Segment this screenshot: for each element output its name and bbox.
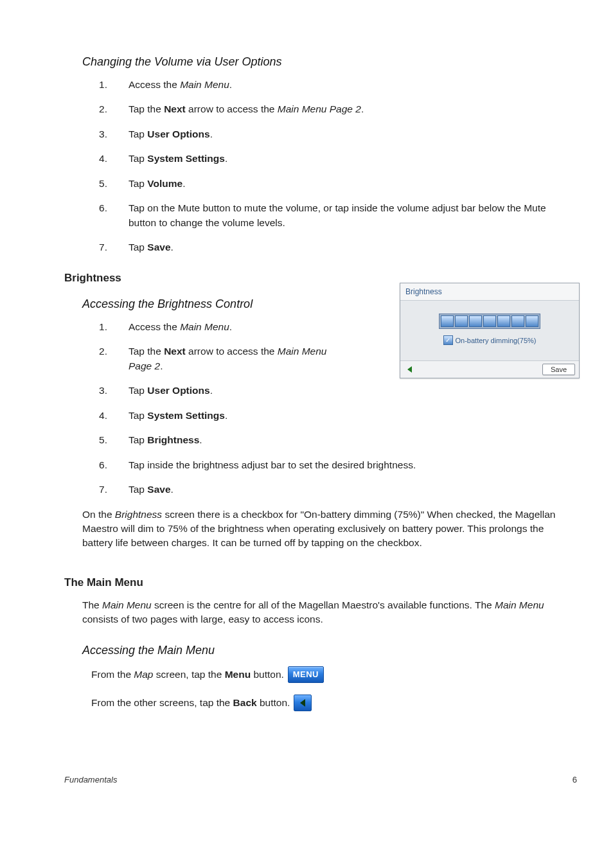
checkbox-label: On-battery dimming(75%) [456, 337, 537, 344]
brightness-segment [455, 315, 468, 327]
step-item: Tap Brightness. [99, 433, 341, 447]
term: Main Menu [102, 599, 152, 610]
ui-term: Save [147, 242, 170, 252]
ui-term: User Options [147, 128, 209, 139]
text: From the other screens, tap the Back but… [91, 695, 290, 710]
heading-accessing-main-menu: Accessing the Main Menu [82, 644, 577, 657]
menu-button-icon: MENU [288, 666, 324, 683]
checkbox-checked-icon: ✓ [443, 335, 453, 345]
step-item: Tap inside the brightness adjust bar to … [99, 458, 565, 472]
brightness-note: On the Brightness screen there is a chec… [82, 508, 562, 551]
back-arrow-icon [404, 364, 416, 375]
step-text: Tap [129, 434, 147, 445]
step-item: Access the Main Menu. [99, 78, 565, 92]
t: button. [251, 669, 284, 680]
screenshot-title: Brightness [400, 283, 579, 301]
step-text: Tap [129, 128, 147, 139]
term: Main Menu [495, 599, 544, 610]
t: From the other screens, tap the [91, 697, 233, 708]
step-text: . [160, 360, 163, 371]
ui-term: Back [233, 697, 257, 708]
save-button: Save [542, 364, 575, 375]
main-menu-para: The Main Menu screen is the centre for a… [82, 598, 562, 627]
step-item: Tap System Settings. [99, 152, 565, 166]
step-text: . [229, 79, 232, 90]
step-text: Access the [129, 79, 180, 90]
step-item: Tap System Settings. [99, 409, 341, 423]
brightness-segment [497, 315, 510, 327]
screenshot-body: ✓ On-battery dimming(75%) [400, 301, 579, 360]
t: button. [257, 697, 290, 708]
footer-section: Fundamentals [64, 775, 117, 784]
screenshot-footer: Save [400, 360, 579, 378]
heading-volume-user-options: Changing the Volume via User Options [82, 55, 577, 69]
step-text: . [171, 242, 173, 252]
t: screen, tap the [153, 669, 224, 680]
row-map-menu: From the Map screen, tap the Menu button… [91, 666, 577, 683]
ui-term: Volume [147, 178, 182, 189]
term: Main Menu [180, 79, 229, 90]
step-item: Tap on the Mute button to mute the volum… [99, 201, 565, 230]
ui-term: System Settings [147, 410, 225, 421]
step-item: Access the Main Menu. [99, 320, 341, 334]
row-back: From the other screens, tap the Back but… [91, 695, 577, 711]
brightness-segment [469, 315, 482, 327]
step-text: arrow to access the [186, 103, 278, 114]
text: The [82, 599, 102, 610]
page-footer: Fundamentals 6 [64, 775, 577, 784]
step-text: Tap [129, 242, 147, 252]
step-item: Tap Save. [99, 240, 565, 254]
step-item: Tap Save. [99, 483, 565, 497]
brightness-bar [439, 314, 540, 329]
ui-term: Brightness [147, 434, 199, 445]
text: screen is the centre for all of the Mage… [152, 599, 495, 610]
text: On the [82, 509, 115, 520]
ui-term: User Options [147, 385, 209, 396]
step-text: Tap [129, 484, 147, 495]
ui-term: System Settings [147, 153, 225, 164]
step-item: Tap User Options. [99, 384, 341, 398]
brightness-segment [511, 315, 524, 327]
step-text: . [171, 484, 173, 495]
footer-page-number: 6 [573, 775, 577, 784]
step-text: Tap [129, 153, 147, 164]
step-text: . [361, 103, 364, 114]
term: Main Menu [180, 321, 229, 332]
step-text: . [210, 385, 213, 396]
step-item: Tap Volume. [99, 177, 565, 191]
ui-term: Save [147, 484, 170, 495]
step-text: . [225, 153, 227, 164]
heading-main-menu: The Main Menu [64, 576, 577, 589]
step-text: . [210, 128, 213, 139]
step-text: Tap the [129, 346, 164, 357]
step-text: . [229, 321, 232, 332]
brightness-screenshot: Brightness ✓ On-battery dimming(75%) Sav… [400, 283, 580, 378]
brightness-segment [441, 315, 454, 327]
ui-term: Next [164, 103, 186, 114]
text: From the Map screen, tap the Menu button… [91, 667, 284, 682]
step-text: arrow to access the [186, 346, 278, 357]
step-text: . [199, 434, 202, 445]
step-text: Tap inside the brightness adjust bar to … [129, 459, 416, 470]
term: Brightness [115, 509, 162, 520]
back-button-icon [294, 695, 312, 711]
step-text: Tap the [129, 103, 164, 114]
text: consists of two pages with large, easy t… [82, 614, 323, 624]
step-text: Tap [129, 178, 147, 189]
steps-volume: Access the Main Menu. Tap the Next arrow… [99, 78, 577, 255]
ui-term: Menu [225, 669, 251, 680]
term: Map [134, 669, 153, 680]
brightness-segment [483, 315, 496, 327]
step-item: Tap User Options. [99, 127, 565, 141]
step-item: Tap the Next arrow to access the Main Me… [99, 344, 341, 373]
step-text: Tap [129, 410, 147, 421]
term: Main Menu Page 2 [278, 103, 361, 114]
step-text: . [225, 410, 227, 421]
dimming-checkbox-row: ✓ On-battery dimming(75%) [443, 335, 537, 345]
step-text: Access the [129, 321, 180, 332]
step-item: Tap the Next arrow to access the Main Me… [99, 102, 565, 116]
step-text: . [182, 178, 185, 189]
step-text: Tap on the Mute button to mute the volum… [129, 202, 546, 227]
step-text: Tap [129, 385, 147, 396]
document-page: Changing the Volume via User Options Acc… [0, 0, 613, 868]
